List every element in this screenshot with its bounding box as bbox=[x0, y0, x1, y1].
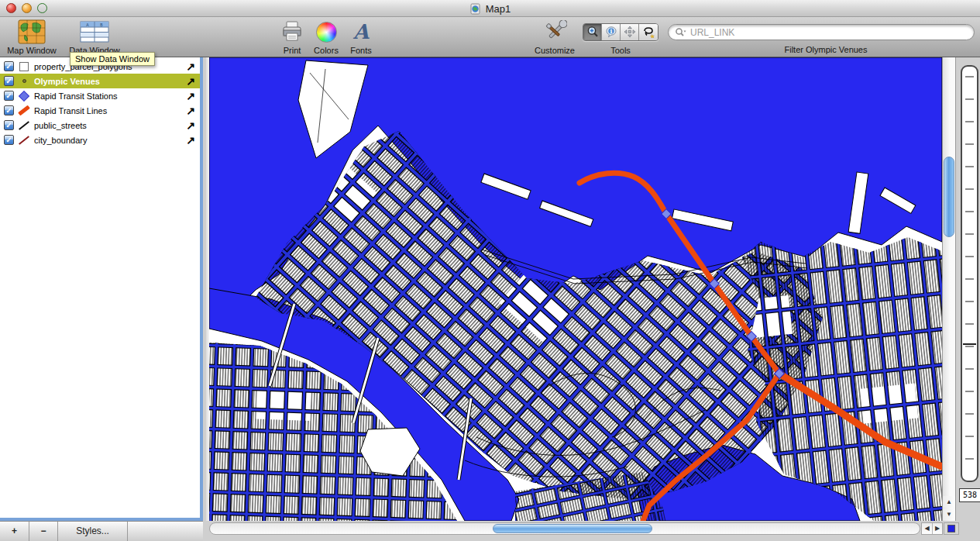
print-label: Print bbox=[284, 46, 301, 55]
colors-label: Colors bbox=[314, 46, 339, 55]
layer-name-label: public_streets bbox=[34, 121, 181, 130]
layer-row[interactable]: ✓Rapid Transit Lines↗ bbox=[0, 103, 200, 118]
color-wheel-icon bbox=[316, 19, 337, 45]
slider-current-level bbox=[963, 343, 976, 345]
print-button[interactable]: Print bbox=[273, 19, 311, 55]
layer-swatch-red-line bbox=[14, 140, 34, 141]
scrollbar-corner-widget[interactable] bbox=[944, 522, 959, 535]
map-horizontal-scrollbar[interactable] bbox=[209, 522, 920, 535]
map-window-button[interactable]: Map Window bbox=[5, 19, 59, 55]
scroll-up-button[interactable]: ▲ bbox=[943, 496, 955, 508]
layer-row[interactable]: ✓Olympic Venues↗ bbox=[0, 74, 200, 88]
zoom-scale-slider[interactable] bbox=[961, 65, 978, 482]
scroll-left-button[interactable]: ◀ bbox=[922, 523, 932, 534]
layer-swatch-thick-line bbox=[14, 109, 34, 112]
zoom-tool-button[interactable] bbox=[583, 24, 602, 40]
add-layer-button[interactable]: + bbox=[0, 522, 29, 541]
info-bubble-icon: i bbox=[605, 26, 617, 38]
layer-swatch-diamond bbox=[14, 92, 34, 100]
layer-name-label: city_boundary bbox=[34, 136, 181, 145]
layer-swatch-dot bbox=[14, 79, 34, 83]
colors-button[interactable]: Colors bbox=[308, 19, 344, 55]
scroll-down-button[interactable]: ▼ bbox=[943, 508, 955, 520]
layer-visibility-checkbox[interactable]: ✓ bbox=[4, 120, 14, 130]
horizontal-scrollbar-thumb[interactable] bbox=[493, 524, 652, 533]
move-arrows-icon bbox=[624, 26, 636, 38]
layer-zoom-arrow-icon[interactable]: ↗ bbox=[181, 105, 200, 117]
data-window-button[interactable]: A B Data Window bbox=[64, 19, 126, 55]
layer-visibility-checkbox[interactable]: ✓ bbox=[4, 105, 14, 115]
styles-button[interactable]: Styles... bbox=[58, 522, 128, 541]
filter-olympic-venues-label: Filter Olympic Venues bbox=[744, 45, 908, 54]
print-icon bbox=[280, 19, 304, 45]
layer-zoom-arrow-icon[interactable]: ↗ bbox=[181, 75, 200, 88]
layer-zoom-arrow-icon[interactable]: ↗ bbox=[181, 134, 200, 146]
app-window: Map1 Map Window bbox=[0, 0, 980, 541]
info-tool-button[interactable]: i bbox=[602, 24, 621, 40]
fonts-label: Fonts bbox=[350, 46, 372, 55]
tooltip: Show Data Window bbox=[70, 52, 155, 66]
map-vertical-scrollbar[interactable]: ▲ ▼ bbox=[942, 57, 956, 521]
fonts-button[interactable]: A Fonts bbox=[344, 19, 378, 55]
layer-visibility-checkbox[interactable]: ✓ bbox=[4, 91, 14, 101]
layer-zoom-arrow-icon[interactable]: ↗ bbox=[181, 119, 200, 132]
search-field[interactable] bbox=[668, 24, 975, 40]
tools-control: i bbox=[583, 19, 658, 55]
layer-row[interactable]: ✓public_streets↗ bbox=[0, 118, 200, 133]
scale-value-field[interactable]: 538 bbox=[959, 488, 980, 502]
customize-button[interactable]: Customize bbox=[531, 19, 578, 55]
corner-blue-square bbox=[947, 525, 955, 532]
lasso-tool-button[interactable] bbox=[639, 24, 658, 40]
layer-visibility-checkbox[interactable]: ✓ bbox=[4, 135, 14, 145]
map-window-label: Map Window bbox=[7, 46, 57, 55]
scroll-right-button[interactable]: ▶ bbox=[932, 523, 942, 534]
data-window-icon: A B bbox=[80, 19, 109, 45]
map-canvas[interactable] bbox=[209, 57, 942, 521]
remove-layer-button[interactable]: − bbox=[29, 522, 58, 541]
vertical-scrollbar-thumb[interactable] bbox=[944, 157, 954, 237]
tools-label: Tools bbox=[610, 46, 631, 55]
layer-visibility-checkbox[interactable]: ✓ bbox=[4, 76, 14, 86]
document-icon bbox=[469, 3, 481, 15]
svg-text:i: i bbox=[610, 28, 612, 35]
search-input[interactable] bbox=[689, 26, 968, 39]
fonts-icon: A bbox=[353, 19, 369, 45]
magnifier-plus-icon bbox=[586, 26, 599, 38]
slider-ticks bbox=[965, 76, 974, 470]
layer-name-label: Olympic Venues bbox=[34, 77, 181, 86]
customize-icon bbox=[542, 19, 567, 45]
customize-label: Customize bbox=[535, 46, 575, 55]
lasso-icon bbox=[642, 26, 655, 38]
layer-name-label: Rapid Transit Stations bbox=[34, 91, 181, 101]
layer-swatch-square bbox=[14, 62, 34, 71]
map-window-icon bbox=[18, 19, 46, 45]
layer-list-footer: + − Styles... bbox=[0, 521, 203, 541]
layer-swatch-thin-line bbox=[14, 125, 34, 126]
layer-row[interactable]: ✓city_boundary↗ bbox=[0, 133, 200, 147]
layer-row[interactable]: ✓Rapid Transit Stations↗ bbox=[0, 88, 200, 103]
layer-zoom-arrow-icon[interactable]: ↗ bbox=[181, 60, 200, 73]
window-title: Map1 bbox=[486, 3, 511, 15]
search-icon bbox=[675, 27, 686, 37]
layer-list[interactable]: ✓property_parcel_polygons↗✓Olympic Venue… bbox=[0, 57, 203, 521]
layer-visibility-checkbox[interactable]: ✓ bbox=[4, 61, 14, 71]
titlebar: Map1 bbox=[0, 0, 980, 17]
layer-zoom-arrow-icon[interactable]: ↗ bbox=[181, 90, 200, 102]
pan-tool-button[interactable] bbox=[621, 24, 639, 40]
horizontal-scroll-arrows: ◀ ▶ bbox=[921, 522, 943, 535]
layer-name-label: Rapid Transit Lines bbox=[34, 106, 181, 115]
